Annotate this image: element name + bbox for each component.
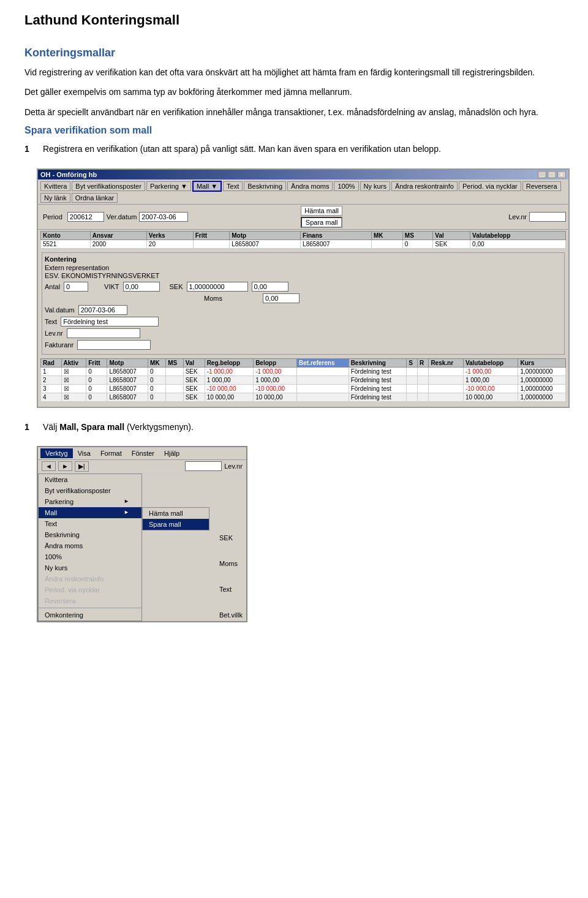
toolbar-byt[interactable]: Byt verifikationsposter (72, 181, 145, 191)
menu-bar-format[interactable]: Format (96, 448, 127, 458)
menu-item-kvittera[interactable]: Kvittera (39, 474, 141, 485)
sek-input[interactable] (187, 282, 248, 292)
section-spara-heading: Spara verifikation som mall (24, 125, 564, 136)
cell-valuta: 0,00 (470, 240, 566, 248)
submenu-hamta-mall[interactable]: Hämta mall (143, 508, 209, 519)
top-grid: Konto Ansvar Verks Fritt Motp Finans MK … (40, 231, 566, 249)
text-input[interactable] (61, 317, 159, 326)
win-controls: _ □ × (538, 171, 566, 178)
cell: 1,00000000 (518, 393, 566, 401)
valdatum-input[interactable] (78, 305, 127, 315)
vikt-label: VIKT (104, 283, 119, 290)
bcol-regbelopp: Reg.belopp (205, 358, 254, 367)
fakturanr-input[interactable] (77, 340, 151, 350)
moms-input[interactable] (263, 293, 300, 303)
bcol-kurs: Kurs (518, 358, 566, 367)
maximize-btn[interactable]: □ (548, 171, 556, 178)
toolbar-ny-kurs[interactable]: Ny kurs (360, 181, 390, 191)
menu-item-omkontering[interactable]: Omkontering (39, 609, 141, 621)
cell (297, 393, 349, 401)
section-para1: Vid registrering av verifikation kan det… (24, 66, 564, 79)
verdatum-input[interactable] (139, 212, 188, 222)
period-input[interactable] (67, 212, 104, 222)
cell (407, 393, 418, 401)
close-btn[interactable]: × (557, 171, 566, 178)
menu-item-byt[interactable]: Byt verifikationsposter (39, 485, 141, 496)
cell: Fördelning test (349, 384, 407, 393)
nav-prev-btn[interactable]: ◄ (42, 461, 56, 471)
cell: -1 000,00 (254, 367, 297, 375)
toolbar-parkering[interactable]: Parkering ▼ (146, 181, 191, 191)
menu-item-period: Period. via nycklar (39, 584, 141, 595)
antal-input[interactable] (64, 282, 88, 292)
menu-item-beskrivning[interactable]: Beskrivning (39, 529, 141, 540)
cell: 4 (41, 393, 62, 401)
nav-last-btn[interactable]: ▶| (75, 461, 89, 472)
toolbar-andra-resk[interactable]: Ändra reskontrainfo (391, 181, 458, 191)
cell-ms: 0 (402, 240, 433, 248)
bcol-beskrivning: Beskrivning (349, 358, 407, 367)
toolbar-100[interactable]: 100% (334, 181, 358, 191)
toolbar-period[interactable]: Period. via nycklar (459, 181, 521, 191)
levnr-input2[interactable] (67, 328, 140, 338)
section-para2: Det gäller exempelvis om samma typ av bo… (24, 85, 564, 99)
cell: SEK (183, 384, 205, 393)
bcol-val: Val (183, 358, 205, 367)
verification-window-screenshot: OH - Omföring hb _ □ × Kvittera Byt veri… (37, 168, 570, 408)
cell: 1 000,00 (205, 375, 254, 384)
menu-bar-hjalp[interactable]: Hjälp (159, 448, 184, 458)
menu-item-andra-moms[interactable]: Ändra moms (39, 540, 141, 551)
cell: 10 000,00 (205, 393, 254, 401)
hamta-mall-btn[interactable]: Hämta mall (301, 206, 342, 216)
cell: -1 000,00 (205, 367, 254, 375)
menu-bar-fonster[interactable]: Fönster (127, 448, 159, 458)
levnr-label2: Lev.nr (45, 330, 63, 337)
minimize-btn[interactable]: _ (538, 171, 546, 178)
cell (297, 367, 349, 375)
cell: SEK (183, 375, 205, 384)
menu-item-100[interactable]: 100% (39, 551, 141, 562)
cell-verks: 20 (146, 240, 193, 248)
cell: -10 000,00 (254, 384, 297, 393)
spara-mall-btn[interactable]: Spara mall (301, 217, 342, 228)
cell: 10 000,00 (463, 393, 518, 401)
cell: Fördelning test (349, 393, 407, 401)
cell (407, 367, 418, 375)
bcol-mk: MK (148, 358, 166, 367)
menu-item-mall[interactable]: Mall ► (39, 507, 141, 518)
cell: 0 (148, 367, 166, 375)
cell: 1 (41, 367, 62, 375)
cell (429, 367, 464, 375)
menu-item-parkering[interactable]: Parkering ► (39, 496, 141, 507)
vikt-input[interactable] (123, 282, 160, 292)
toolbar-ordna[interactable]: Ordna länkar (72, 193, 118, 203)
toolbar-reversera[interactable]: Reversera (522, 181, 561, 191)
toolbar-mall[interactable]: Mall ▼ (192, 181, 222, 192)
toolbar-kvittera[interactable]: Kvittera (40, 181, 70, 191)
step1-text: Registrera en verifikation (utan att spa… (43, 142, 441, 156)
text-row: Text (45, 317, 562, 326)
toolbar-text[interactable]: Text (223, 181, 243, 191)
bcol-belopp: Belopp (254, 358, 297, 367)
result1-input[interactable] (252, 282, 288, 292)
toolbar-beskrivning[interactable]: Beskrivning (244, 181, 286, 191)
table-row: 1 ☒ 0 L8658007 0 SEK -1 000,00 -1 000,00… (41, 367, 566, 375)
bottom-grid: Rad Aktiv Fritt Motp MK MS Val Reg.belop… (40, 358, 566, 402)
kontering-label: Kontering (45, 255, 562, 263)
toolbar-ny-lank[interactable]: Ny länk (40, 193, 70, 203)
toolbar-andra-moms[interactable]: Ändra moms (287, 181, 333, 191)
table-row: 5521 2000 20 L8658007 L8658007 0 SEK 0,0… (41, 240, 566, 248)
cell-ansvar: 2000 (90, 240, 146, 248)
cell (407, 375, 418, 384)
levnr-input[interactable] (529, 212, 566, 222)
submenu-spara-mall[interactable]: Spara mall (143, 519, 209, 530)
nav-next-btn[interactable]: ► (58, 461, 72, 471)
levnr-menu-input[interactable] (185, 461, 222, 471)
cell: 1 000,00 (463, 375, 518, 384)
menu-bar-visa[interactable]: Visa (73, 448, 96, 458)
menu-item-text[interactable]: Text (39, 518, 141, 529)
cell-val: SEK (433, 240, 470, 248)
cell: -1 000,00 (463, 367, 518, 375)
menu-item-ny-kurs[interactable]: Ny kurs (39, 562, 141, 573)
menu-bar-verktyg[interactable]: Verktyg (40, 448, 73, 458)
